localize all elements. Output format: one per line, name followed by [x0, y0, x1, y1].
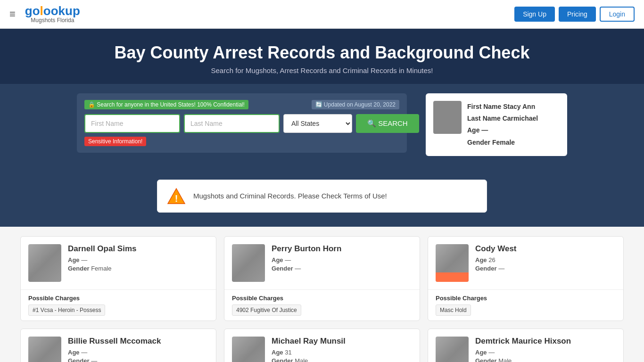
- person-photo: [28, 244, 61, 282]
- profile-gender: Gender Female: [467, 137, 538, 148]
- header-left: ≡ golookup Mugshots Florida: [9, 5, 80, 24]
- state-select[interactable]: All StatesAlabamaAlaskaArizonaArkansasCa…: [283, 114, 352, 133]
- person-photo: [436, 337, 469, 362]
- person-photo-img: [436, 337, 469, 362]
- charge-tag: #1 Vcsa - Heroin - Possess: [28, 304, 105, 316]
- warning-text: Mugshots and Criminal Records. Please Ch…: [193, 192, 387, 200]
- person-card-top: Demtrick Maurice Hixson Age — Gender Mal…: [428, 329, 623, 362]
- person-details: Perry Burton Horn Age — Gender —: [272, 244, 412, 273]
- charge-tag: 4902 Fugitive Of Justice: [232, 304, 301, 316]
- person-gender: Gender Female: [68, 265, 208, 272]
- person-details: Cody West Age 26 Gender —: [475, 244, 616, 273]
- cards-grid: Darnell Opal Sims Age — Gender Female Po…: [20, 236, 624, 362]
- logo-subtitle: Mugshots Florida: [25, 17, 80, 24]
- first-name-input[interactable]: [84, 114, 180, 133]
- profile-age: Age —: [467, 124, 538, 136]
- signup-button[interactable]: Sign Up: [514, 7, 555, 22]
- person-photo-img: [232, 244, 265, 282]
- person-age: Age —: [475, 349, 616, 356]
- profile-lastname: Last Name Carmichael: [467, 113, 538, 124]
- confidential-badge: 🔒 Search for anyone in the United States…: [84, 100, 248, 109]
- person-card[interactable]: Billie Russell Mccomack Age — Gender — P…: [20, 329, 216, 362]
- person-card[interactable]: Darnell Opal Sims Age — Gender Female Po…: [20, 236, 216, 321]
- person-age: Age —: [68, 349, 208, 356]
- last-name-input[interactable]: [184, 114, 280, 133]
- person-gender: Gender Male: [475, 357, 616, 362]
- person-card[interactable]: Demtrick Maurice Hixson Age — Gender Mal…: [428, 329, 624, 362]
- person-details: Demtrick Maurice Hixson Age — Gender Mal…: [475, 337, 616, 362]
- person-details: Darnell Opal Sims Age — Gender Female: [68, 244, 208, 273]
- search-box: 🔒 Search for anyone in the United States…: [77, 93, 407, 153]
- person-photo: [232, 337, 265, 362]
- person-card[interactable]: Cody West Age 26 Gender — Possible Charg…: [428, 236, 624, 321]
- charge-tag: Masc Hold: [436, 304, 471, 316]
- hero-section: Bay County Arrest Records and Background…: [0, 29, 644, 84]
- search-button[interactable]: 🔍 SEARCH: [356, 114, 419, 133]
- charges-label: Possible Charges: [28, 295, 208, 302]
- profile-avatar: [433, 101, 462, 134]
- header-buttons: Sign Up Pricing Login: [514, 7, 635, 22]
- charges-label: Possible Charges: [232, 295, 412, 302]
- charges-section: Possible Charges 4902 Fugitive Of Justic…: [224, 289, 420, 321]
- main-content: Darnell Opal Sims Age — Gender Female Po…: [0, 227, 644, 362]
- person-name: Cody West: [475, 244, 616, 254]
- pricing-button[interactable]: Pricing: [559, 7, 596, 22]
- search-top-bar: 🔒 Search for anyone in the United States…: [84, 100, 399, 109]
- person-card[interactable]: Michael Ray Munsil Age 31 Gender Male Po…: [224, 329, 420, 362]
- person-card-top: Billie Russell Mccomack Age — Gender —: [21, 329, 216, 362]
- person-card[interactable]: Perry Burton Horn Age — Gender — Possibl…: [224, 236, 420, 321]
- svg-text:!: !: [175, 193, 178, 204]
- profile-card: First Name Stacy Ann Last Name Carmichae…: [426, 93, 567, 156]
- person-name: Demtrick Maurice Hixson: [475, 337, 616, 346]
- person-photo: [232, 244, 265, 282]
- warning-icon: !: [167, 187, 186, 206]
- logo-text: golookup: [25, 5, 80, 17]
- profile-firstname: First Name Stacy Ann: [467, 101, 538, 113]
- person-name: Darnell Opal Sims: [68, 244, 208, 254]
- login-button[interactable]: Login: [600, 7, 635, 22]
- warning-bar: ! Mugshots and Criminal Records. Please …: [157, 180, 487, 213]
- person-age: Age 31: [272, 349, 412, 356]
- person-gender: Gender Male: [272, 357, 412, 362]
- person-name: Michael Ray Munsil: [272, 337, 412, 346]
- person-photo-img: [28, 337, 61, 362]
- profile-info: First Name Stacy Ann Last Name Carmichae…: [467, 101, 538, 148]
- person-card-top: Cody West Age 26 Gender —: [428, 237, 623, 289]
- logo[interactable]: golookup Mugshots Florida: [25, 5, 80, 24]
- sensitive-badge: Sensitive Information!: [84, 137, 146, 146]
- person-age: Age 26: [475, 256, 616, 263]
- person-gender: Gender —: [272, 265, 412, 272]
- person-photo: [436, 244, 469, 282]
- person-name: Billie Russell Mccomack: [68, 337, 208, 346]
- person-details: Michael Ray Munsil Age 31 Gender Male: [272, 337, 412, 362]
- updated-badge: 🔄 Updated on August 20, 2022: [312, 100, 399, 109]
- charges-label: Possible Charges: [436, 295, 616, 302]
- person-photo-img: [232, 337, 265, 362]
- person-photo: [28, 337, 61, 362]
- charges-section: Possible Charges #1 Vcsa - Heroin - Poss…: [21, 289, 216, 321]
- charges-section: Possible Charges Masc Hold: [428, 289, 623, 321]
- person-details: Billie Russell Mccomack Age — Gender —: [68, 337, 208, 362]
- person-gender: Gender —: [68, 357, 208, 362]
- page-title: Bay County Arrest Records and Background…: [9, 43, 635, 63]
- person-photo-img: [436, 244, 469, 282]
- hero-subtitle: Search for Mugshots, Arrest Records and …: [9, 66, 635, 74]
- search-inputs: All StatesAlabamaAlaskaArizonaArkansasCa…: [84, 114, 399, 133]
- person-age: Age —: [68, 256, 208, 263]
- person-age: Age —: [272, 256, 412, 263]
- header: ≡ golookup Mugshots Florida Sign Up Pric…: [0, 0, 644, 29]
- search-section: 🔒 Search for anyone in the United States…: [0, 84, 644, 165]
- person-photo-img: [28, 244, 61, 282]
- person-card-top: Perry Burton Horn Age — Gender —: [224, 237, 420, 289]
- profile-card-inner: First Name Stacy Ann Last Name Carmichae…: [433, 101, 560, 148]
- person-card-top: Darnell Opal Sims Age — Gender Female: [21, 237, 216, 289]
- menu-icon[interactable]: ≡: [9, 8, 16, 20]
- person-gender: Gender —: [475, 265, 616, 272]
- person-card-top: Michael Ray Munsil Age 31 Gender Male: [224, 329, 420, 362]
- person-name: Perry Burton Horn: [272, 244, 412, 254]
